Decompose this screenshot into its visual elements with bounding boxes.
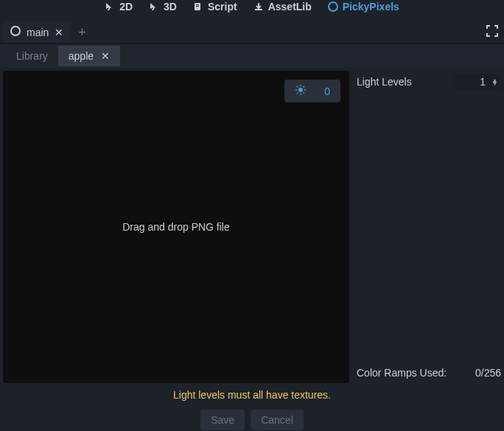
cursor-3d-icon	[149, 1, 159, 12]
light-value: 0	[324, 85, 330, 97]
light-levels-spinner[interactable]: 1 ▲ ▼	[452, 74, 501, 90]
light-levels-label: Light Levels	[357, 76, 412, 88]
scene-tab-label: main	[27, 27, 49, 38]
menu-assetlib[interactable]: AssetLib	[252, 0, 313, 13]
svg-rect-1	[196, 4, 199, 5]
add-tab-button[interactable]: +	[71, 26, 94, 39]
buttons-row: Save Cancel	[0, 407, 504, 431]
light-levels-row: Light Levels 1 ▲ ▼	[357, 74, 501, 90]
ring-icon	[10, 26, 21, 38]
svg-line-8	[297, 86, 298, 88]
script-icon	[193, 1, 203, 12]
menu-3d[interactable]: 3D	[147, 0, 178, 13]
top-menu: 2D 3D Script AssetLib PickyPixels	[0, 0, 504, 21]
menu-script[interactable]: Script	[192, 0, 239, 13]
tab-library[interactable]: Library	[6, 46, 58, 66]
fullscreen-button[interactable]	[486, 25, 498, 39]
svg-point-3	[298, 88, 303, 92]
tab-apple-label: apple	[69, 50, 94, 62]
warning-row: Light levels must all have textures.	[0, 383, 504, 407]
cursor-2d-icon	[105, 1, 115, 12]
sun-icon	[295, 84, 307, 98]
menu-3d-label: 3D	[164, 1, 177, 13]
menu-2d-label: 2D	[119, 1, 133, 13]
menu-assetlib-label: AssetLib	[268, 1, 312, 13]
right-panel: Light Levels 1 ▲ ▼ Color Ramps Used: 0/2…	[357, 71, 504, 383]
svg-line-11	[304, 86, 305, 88]
menu-pickypixels[interactable]: PickyPixels	[326, 0, 401, 13]
color-ramps-value: 0/256	[475, 367, 501, 379]
warning-text: Light levels must all have textures.	[173, 389, 331, 401]
color-ramps-row: Color Ramps Used: 0/256	[357, 367, 501, 383]
light-badge[interactable]: 0	[284, 80, 340, 102]
spinner-arrows[interactable]: ▲ ▼	[491, 79, 498, 85]
save-button[interactable]: Save	[200, 410, 245, 430]
menu-pickypixels-label: PickyPixels	[343, 1, 399, 13]
main-area: 0 Drag and drop PNG file Light Levels 1 …	[0, 68, 504, 383]
preview-panel[interactable]: 0 Drag and drop PNG file	[3, 71, 349, 383]
close-icon[interactable]: ✕	[55, 27, 63, 38]
drop-hint: Drag and drop PNG file	[122, 221, 230, 233]
ring-icon	[328, 1, 338, 12]
scene-tabs: main ✕ +	[0, 21, 504, 44]
menu-2d[interactable]: 2D	[103, 0, 134, 13]
tab-apple[interactable]: apple ✕	[58, 46, 120, 66]
color-ramps-label: Color Ramps Used:	[357, 367, 447, 379]
scene-tab-main[interactable]: main ✕	[3, 21, 71, 43]
close-icon[interactable]: ✕	[101, 50, 110, 62]
menu-script-label: Script	[208, 1, 237, 13]
download-icon	[253, 1, 264, 12]
spinner-value: 1	[463, 76, 486, 88]
chevron-down-icon[interactable]: ▼	[491, 82, 498, 85]
svg-line-10	[297, 93, 298, 94]
svg-rect-2	[196, 6, 199, 7]
svg-line-9	[304, 93, 305, 94]
sub-tabs: Library apple ✕	[0, 44, 504, 68]
cancel-button[interactable]: Cancel	[251, 410, 304, 430]
